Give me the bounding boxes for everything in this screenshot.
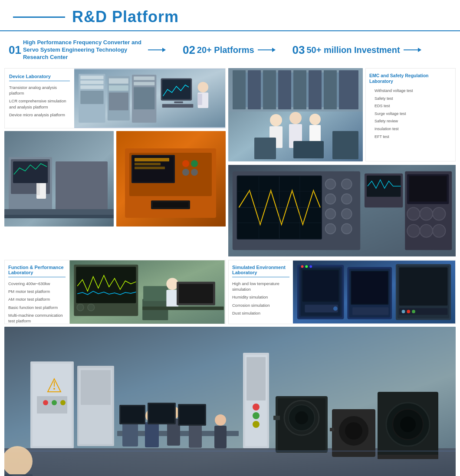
svg-rect-13 [134,87,154,109]
svg-point-42 [191,169,198,176]
sim-env-panel: Simulated Environment Laboratory High an… [228,260,456,324]
function-lab-image [69,260,225,324]
svg-rect-7 [109,78,128,83]
svg-rect-25 [4,209,114,216]
emc-item-2: EDS test [369,103,452,109]
orange-machine-image [116,131,226,227]
svg-rect-155 [121,406,144,423]
svg-rect-105 [179,284,213,303]
svg-point-170 [295,411,308,424]
section-arrow-01 [148,49,165,50]
svg-point-75 [325,179,336,189]
sim-env-item-1: Humidity simulation [232,294,289,300]
section-arrow-03 [404,49,421,50]
svg-rect-20 [198,94,202,105]
factory-image [4,131,114,227]
section-num-01: 01 [9,43,21,57]
section-text-02: 20+ Platforms [197,44,254,56]
oscilloscope-image [228,164,456,257]
svg-point-152 [215,414,226,426]
svg-rect-181 [4,450,456,452]
svg-point-77 [325,209,336,219]
svg-rect-63 [332,131,358,159]
section-num-03: 03 [292,43,305,57]
svg-rect-147 [145,422,159,447]
svg-rect-53 [309,70,322,109]
svg-rect-157 [149,404,174,423]
svg-point-179 [400,417,416,432]
page-header: R&D Platform [0,0,460,31]
emc-item-1: Safety test [369,96,452,102]
svg-point-58 [289,112,302,124]
left-column: Device Laboratory Transistor analog anal… [4,68,226,257]
svg-rect-175 [330,428,334,431]
svg-rect-64 [293,141,324,158]
right-column: EMC and Safety Regulation Laboratory Wit… [228,68,456,257]
svg-rect-9 [109,92,128,110]
svg-point-56 [270,114,282,126]
svg-rect-15 [162,79,191,99]
svg-point-39 [182,160,189,167]
sim-env-item-3: Dust simulation [232,310,289,316]
svg-rect-26 [4,215,114,218]
svg-point-123 [402,310,405,313]
emc-lab-title: EMC and Safety Regulation Laboratory [369,73,452,85]
page-title: R&D Platform [72,8,179,26]
svg-point-82 [342,223,352,234]
svg-rect-49 [248,70,261,109]
svg-rect-102 [166,290,178,307]
device-lab-panel: Device Laboratory Transistor analog anal… [4,68,226,128]
svg-point-125 [412,310,415,313]
svg-rect-151 [189,424,202,448]
svg-point-101 [166,278,178,290]
emc-item-6: EFT test [369,134,452,140]
svg-rect-52 [293,70,306,109]
svg-rect-153 [214,426,227,448]
svg-rect-4 [80,85,103,89]
sim-env-text: Simulated Environment Laboratory High an… [229,260,293,324]
svg-point-80 [342,194,352,204]
svg-point-89 [420,207,433,220]
svg-point-60 [309,114,321,125]
svg-rect-103 [142,306,223,310]
svg-rect-55 [339,70,358,109]
svg-rect-37 [135,163,161,165]
device-lab-text: Device Laboratory Transistor analog anal… [5,69,74,128]
svg-rect-62 [254,138,276,159]
svg-point-41 [182,169,189,176]
two-images-row [4,131,226,227]
svg-rect-3 [80,80,103,84]
svg-point-124 [407,310,410,313]
svg-point-127 [305,265,308,268]
svg-rect-2 [80,76,103,79]
svg-point-92 [420,224,433,237]
top-row: Device Laboratory Transistor analog anal… [4,68,456,257]
svg-point-91 [407,224,420,237]
section-text-03: 50+ million Investment [307,44,400,56]
svg-rect-121 [399,267,448,305]
function-lab-item-0: Covering 400w~630kw [8,281,66,286]
section-arrow-02 [258,49,275,50]
section-label-01: 01 High Performance Frequency Converter … [9,39,165,61]
section-labels-row: 01 High Performance Frequency Converter … [0,36,460,65]
svg-point-40 [191,160,198,167]
svg-point-128 [309,265,312,268]
svg-rect-54 [324,70,337,109]
svg-rect-8 [109,85,128,91]
function-lab-item-4: Multi-machine communication test platfor… [8,312,66,324]
sim-env-image [293,260,455,324]
sim-env-item-2: Corrosion simulation [232,302,289,308]
svg-rect-180 [378,455,438,459]
svg-point-113 [333,306,338,311]
svg-rect-117 [352,272,388,304]
svg-rect-118 [352,307,388,315]
svg-point-88 [407,207,420,220]
svg-point-97 [77,304,84,311]
svg-rect-171 [273,416,280,420]
device-lab-item-2: Device micro analysis platform [9,112,70,118]
svg-point-165 [253,421,260,428]
svg-rect-122 [399,308,448,315]
emc-item-5: Insulation test [369,126,452,132]
svg-rect-48 [233,70,246,109]
svg-point-78 [325,223,336,234]
